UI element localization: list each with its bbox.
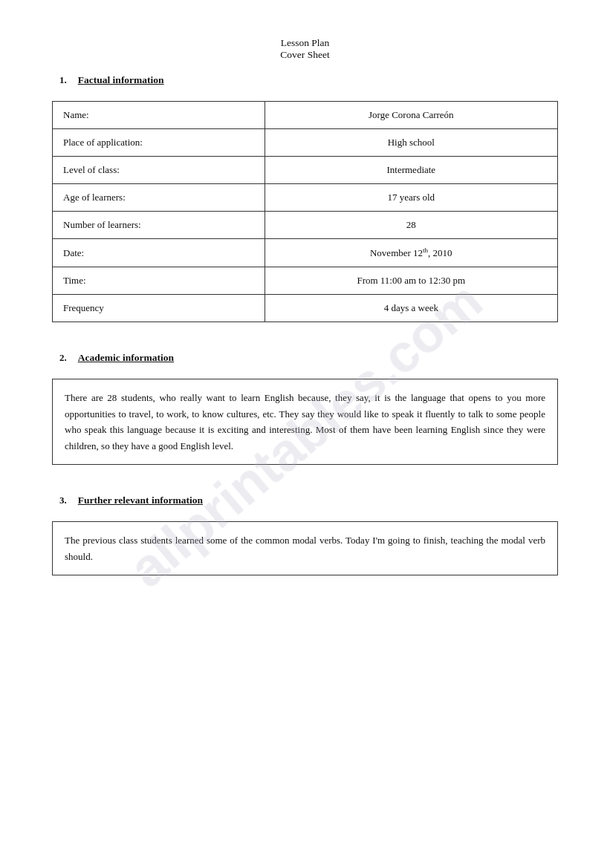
section2-heading: 2. Academic information: [59, 352, 558, 371]
field-label: Place of application:: [53, 129, 265, 157]
section1-label: Factual information: [78, 74, 164, 86]
field-label: Age of learners:: [53, 184, 265, 212]
field-label: Time:: [53, 267, 265, 295]
table-row: Age of learners:17 years old: [53, 184, 558, 212]
field-value: 17 years old: [265, 184, 557, 212]
field-value: 28: [265, 212, 557, 239]
section2: 2. Academic information There are 28 stu…: [52, 352, 558, 465]
field-value: Jorge Corona Carreón: [265, 102, 557, 129]
field-label: Name:: [53, 102, 265, 129]
field-label: Frequency: [53, 295, 265, 322]
field-value: Intermediate: [265, 157, 557, 184]
field-label: Date:: [53, 239, 265, 267]
factual-table: Name:Jorge Corona CarreónPlace of applic…: [52, 101, 558, 322]
field-value: 4 days a week: [265, 295, 557, 322]
field-value: November 12th, 2010: [265, 239, 557, 267]
section3-text: The previous class students learned some…: [52, 521, 558, 575]
section3: 3. Further relevant information The prev…: [52, 495, 558, 575]
section1-heading: 1. Factual information: [59, 74, 558, 94]
table-row: Time:From 11:00 am to 12:30 pm: [53, 267, 558, 295]
section2-text: There are 28 students, who really want t…: [52, 379, 558, 465]
section1-number: 1.: [59, 74, 67, 86]
table-row: Name:Jorge Corona Carreón: [53, 102, 558, 129]
field-label: Number of learners:: [53, 212, 265, 239]
section2-number: 2.: [59, 352, 67, 364]
table-row: Frequency4 days a week: [53, 295, 558, 322]
page-title: Lesson Plan Cover Sheet: [52, 37, 558, 61]
table-row: Level of class:Intermediate: [53, 157, 558, 184]
section3-heading: 3. Further relevant information: [59, 495, 558, 514]
section2-label: Academic information: [78, 352, 174, 364]
section3-label: Further relevant information: [78, 495, 203, 506]
field-label: Level of class:: [53, 157, 265, 184]
table-row: Number of learners:28: [53, 212, 558, 239]
field-value: High school: [265, 129, 557, 157]
table-row: Date:November 12th, 2010: [53, 239, 558, 267]
table-row: Place of application:High school: [53, 129, 558, 157]
field-value: From 11:00 am to 12:30 pm: [265, 267, 557, 295]
section3-number: 3.: [59, 495, 67, 506]
